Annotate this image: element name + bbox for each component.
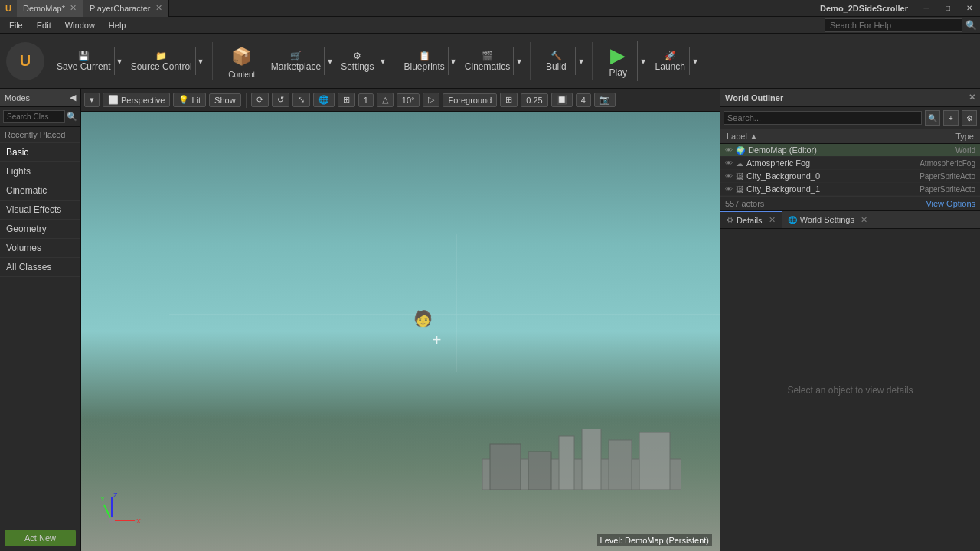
eye-icon-0[interactable]: 👁 bbox=[725, 146, 733, 155]
actor-count: 557 actors bbox=[725, 199, 764, 208]
category-lights[interactable]: Lights bbox=[0, 162, 80, 181]
snap-angle[interactable]: 10° bbox=[397, 93, 420, 107]
save-current-arrow[interactable]: ▾ bbox=[114, 47, 125, 75]
tab-demomap[interactable]: DemoMap* ✕ bbox=[17, 0, 83, 17]
minimize-button[interactable]: ─ bbox=[916, 0, 937, 17]
outliner-search-bar: 🔍 + ⚙ bbox=[720, 107, 980, 129]
modes-header[interactable]: Modes ◀ bbox=[0, 89, 80, 107]
world-tool[interactable]: 🌐 bbox=[313, 93, 335, 107]
perspective-button[interactable]: ⬜ Perspective bbox=[103, 93, 170, 107]
tab-playerchar-close[interactable]: ✕ bbox=[155, 3, 162, 13]
launch-arrow[interactable]: ▾ bbox=[689, 47, 700, 75]
cinematics-arrow[interactable]: ▾ bbox=[513, 47, 524, 75]
source-control-icon: 📁 bbox=[155, 51, 167, 61]
recently-placed-item[interactable]: Recently Placed bbox=[0, 127, 80, 143]
foreground-toggle[interactable]: Foreground bbox=[443, 93, 497, 107]
menu-edit[interactable]: Edit bbox=[31, 19, 57, 31]
play-arrow[interactable]: ▾ bbox=[637, 41, 648, 81]
outliner-row-demomap[interactable]: 👁 🌍 DemoMap (Editor) World bbox=[720, 144, 980, 157]
category-all-classes[interactable]: All Classes bbox=[0, 258, 80, 277]
launch-button[interactable]: 🚀 Launch bbox=[651, 47, 689, 75]
marketplace-label: Marketplace bbox=[271, 61, 321, 72]
play-button[interactable]: ▶ Play bbox=[599, 41, 637, 81]
actor-icon-3: 🖼 bbox=[736, 185, 743, 194]
rotate-tool[interactable]: ↺ bbox=[272, 93, 289, 107]
content-button[interactable]: 📦 Content bbox=[219, 40, 265, 82]
layer-btn[interactable]: 🔲 bbox=[551, 93, 573, 107]
translate-tool[interactable]: ⟳ bbox=[251, 93, 269, 107]
outliner-col-type[interactable]: Type bbox=[888, 129, 980, 143]
tab-details[interactable]: ⚙ Details ✕ bbox=[720, 211, 782, 228]
grid-size[interactable]: 1 bbox=[358, 93, 374, 107]
grid-snap-toggle[interactable]: ⊞ bbox=[338, 93, 355, 107]
outliner-row-citybg0[interactable]: 👁 🖼 City_Background_0 PaperSpriteActo bbox=[720, 170, 980, 183]
outliner-add-btn[interactable]: + bbox=[943, 110, 959, 126]
outliner-close[interactable]: ✕ bbox=[969, 93, 975, 103]
world-icon-0: 🌍 bbox=[736, 146, 745, 155]
ue-logo-button[interactable]: U bbox=[6, 42, 44, 80]
blueprints-button[interactable]: 📋 Blueprints bbox=[400, 47, 447, 75]
camera-speed[interactable]: ▷ bbox=[423, 93, 439, 107]
screenshot-btn[interactable]: 📷 bbox=[594, 93, 616, 107]
outliner-row-fog[interactable]: 👁 ☁ Atmospheric Fog AtmosphericFog bbox=[720, 157, 980, 170]
vt-sep-1 bbox=[246, 93, 247, 108]
show-button[interactable]: Show bbox=[209, 93, 241, 107]
category-geometry[interactable]: Geometry bbox=[0, 220, 80, 239]
details-content: Select an object to view details bbox=[720, 229, 980, 551]
marketplace-arrow[interactable]: ▾ bbox=[324, 47, 335, 75]
category-visual-effects[interactable]: Visual Effects bbox=[0, 201, 80, 220]
viewport-mode-dropdown[interactable]: ▾ bbox=[84, 93, 100, 107]
settings-button[interactable]: ⚙ Settings bbox=[338, 47, 377, 75]
outliner-row-citybg1[interactable]: 👁 🖼 City_Background_1 PaperSpriteActo bbox=[720, 183, 980, 196]
category-basic[interactable]: Basic bbox=[0, 143, 80, 162]
menu-help[interactable]: Help bbox=[103, 19, 132, 31]
viewport-mode-icon: ▾ bbox=[90, 95, 94, 105]
outliner-settings-btn[interactable]: ⚙ bbox=[962, 110, 977, 126]
help-search-input[interactable] bbox=[825, 18, 962, 32]
toolbar-separator-2 bbox=[394, 42, 394, 80]
eye-icon-3[interactable]: 👁 bbox=[725, 185, 733, 194]
cinematics-button[interactable]: 🎬 Cinematics bbox=[462, 47, 513, 75]
eye-icon-2[interactable]: 👁 bbox=[725, 172, 733, 181]
act-new-button[interactable]: Act New bbox=[5, 530, 76, 546]
category-volumes[interactable]: Volumes bbox=[0, 239, 80, 258]
view-dist-toggle[interactable]: ⊞ bbox=[500, 93, 518, 107]
outliner-col-label[interactable]: Label ▲ bbox=[720, 129, 888, 143]
outliner-view-options[interactable]: View Options bbox=[926, 199, 975, 208]
outliner-search-btn[interactable]: 🔍 bbox=[925, 110, 940, 126]
details-empty-message: Select an object to view details bbox=[787, 385, 913, 396]
world-settings-tab-close[interactable]: ✕ bbox=[861, 215, 867, 225]
settings-btn-group: ⚙ Settings ▾ bbox=[338, 47, 387, 75]
world-settings-icon: 🌐 bbox=[788, 216, 797, 224]
menu-file[interactable]: File bbox=[3, 19, 29, 31]
perspective-label: Perspective bbox=[121, 96, 165, 105]
save-current-button[interactable]: 💾 Save Current bbox=[54, 47, 114, 75]
outliner-search-input[interactable] bbox=[724, 111, 922, 125]
class-search-input[interactable] bbox=[3, 110, 65, 123]
lit-button[interactable]: 💡 Lit bbox=[173, 93, 206, 107]
angle-snap-toggle[interactable]: △ bbox=[377, 93, 394, 107]
eye-icon-1[interactable]: 👁 bbox=[725, 159, 733, 168]
details-tab-close[interactable]: ✕ bbox=[769, 215, 776, 225]
blueprints-arrow[interactable]: ▾ bbox=[448, 47, 459, 75]
view-dist-val[interactable]: 0.25 bbox=[521, 93, 547, 107]
content-label: Content bbox=[228, 70, 255, 79]
scale-tool[interactable]: ⤡ bbox=[292, 93, 310, 107]
tab-world-settings[interactable]: 🌐 World Settings ✕ bbox=[782, 211, 874, 228]
category-cinematic[interactable]: Cinematic bbox=[0, 181, 80, 201]
build-arrow[interactable]: ▾ bbox=[575, 47, 586, 75]
marketplace-button[interactable]: 🛒 Marketplace bbox=[268, 47, 324, 75]
build-button[interactable]: 🔨 Build bbox=[537, 47, 575, 75]
tab-demomap-close[interactable]: ✕ bbox=[70, 3, 77, 13]
launch-label: Launch bbox=[655, 61, 685, 72]
source-control-arrow[interactable]: ▾ bbox=[195, 47, 206, 75]
menu-window[interactable]: Window bbox=[59, 19, 101, 31]
close-button[interactable]: ✕ bbox=[959, 0, 980, 17]
source-control-button[interactable]: 📁 Source Control bbox=[128, 47, 195, 75]
viewport[interactable]: + 🧑 // Rendered dynamically below bbox=[81, 112, 720, 551]
settings-arrow[interactable]: ▾ bbox=[377, 47, 387, 75]
maximize-button[interactable]: □ bbox=[937, 0, 959, 17]
main-toolbar: U 💾 Save Current ▾ 📁 Source Control ▾ 📦 … bbox=[0, 34, 980, 89]
layer-count[interactable]: 4 bbox=[576, 93, 591, 107]
tab-playercharacter[interactable]: PlayerCharacter ✕ bbox=[83, 0, 168, 17]
